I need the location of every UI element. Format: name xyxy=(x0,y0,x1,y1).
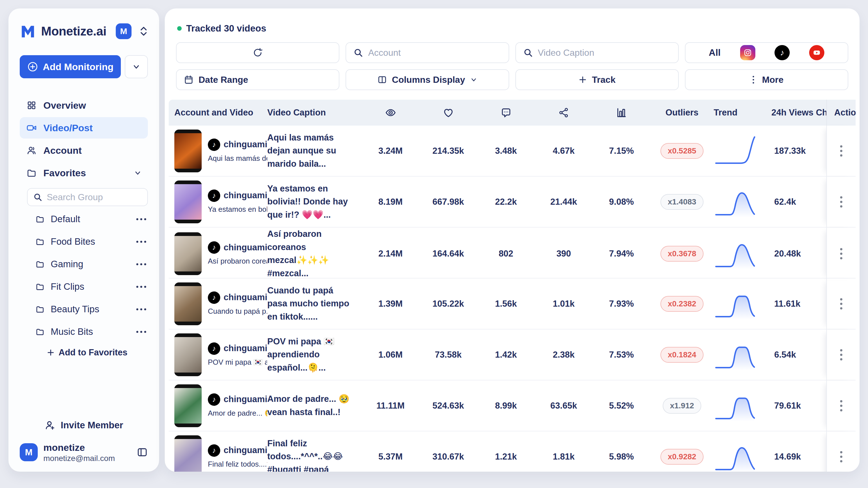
column-header: Action xyxy=(826,100,856,126)
group-label: Food Bites xyxy=(51,236,130,247)
plus-icon xyxy=(579,75,587,84)
outlier-badge: x0.2382 xyxy=(660,296,704,312)
chevron-down-icon xyxy=(470,76,477,83)
shares-value: 2.38k xyxy=(535,350,593,360)
row-actions-kebab[interactable] xyxy=(836,345,846,364)
more-button[interactable]: More xyxy=(685,69,848,90)
group-options-kebab[interactable] xyxy=(136,308,148,310)
search-group-box[interactable] xyxy=(27,188,148,206)
table-row: ♪ chinguami... Amor de padre... 🥹... Amo… xyxy=(169,380,856,431)
account-subcaption: Ya estamos en boli... xyxy=(208,205,267,214)
video-thumbnail[interactable] xyxy=(174,385,202,427)
account-name[interactable]: chinguami... xyxy=(224,139,267,150)
workspace-unfold-icon[interactable] xyxy=(140,26,148,37)
account-search-input[interactable] xyxy=(368,48,501,58)
engagement-value: 7.94% xyxy=(593,249,650,259)
instagram-icon[interactable] xyxy=(740,45,755,60)
add-monitoring-caret-button[interactable] xyxy=(125,55,148,78)
folder-icon xyxy=(35,237,44,246)
invite-member-button[interactable]: Invite Member xyxy=(20,416,148,434)
trend-sparkline xyxy=(714,339,771,371)
table-row: ♪ chinguami... Final feliz todos....*...… xyxy=(169,431,856,472)
row-actions-kebab[interactable] xyxy=(836,192,846,211)
comments-value: 8.99k xyxy=(477,401,535,411)
account-name[interactable]: chinguami... xyxy=(224,343,267,354)
workspace-badge[interactable]: M xyxy=(116,23,131,39)
sidebar-item-overview[interactable]: Overview xyxy=(20,95,148,116)
columns-display-button[interactable]: Columns Display xyxy=(346,69,509,90)
caption-search-box[interactable] xyxy=(516,42,679,63)
group-item-beauty-tips[interactable]: Beauty Tips xyxy=(20,298,148,321)
grid-icon xyxy=(26,100,37,111)
row-actions-kebab[interactable] xyxy=(836,396,846,415)
sidebar-item-favorites[interactable]: Favorites xyxy=(20,162,148,184)
sidebar: Monetize.ai M Add Monitoring Overview Vi… xyxy=(8,8,159,472)
account-subcaption: Final feliz todos....*... xyxy=(208,460,267,469)
sidebar-item-video-post[interactable]: Video/Post xyxy=(20,117,148,139)
group-label: Default xyxy=(51,214,130,224)
outlier-badge: x1.912 xyxy=(663,398,702,414)
video-thumbnail[interactable] xyxy=(174,232,202,275)
platform-all-button[interactable]: All xyxy=(709,47,721,58)
group-item-gaming[interactable]: Gaming xyxy=(20,253,148,275)
engagement-value: 7.53% xyxy=(593,350,650,360)
tiktok-icon[interactable]: ♪ xyxy=(775,45,790,60)
favorites-group-list: Default Food Bites Gaming Fit Clips Beau… xyxy=(20,208,148,343)
date-range-button[interactable]: Date Range xyxy=(176,69,339,90)
account-name[interactable]: chinguami... xyxy=(224,445,267,456)
group-options-kebab[interactable] xyxy=(136,331,148,333)
trend-sparkline xyxy=(714,288,771,319)
video-thumbnail[interactable] xyxy=(174,129,202,172)
row-actions-kebab[interactable] xyxy=(836,244,846,263)
chevron-down-icon[interactable] xyxy=(134,169,142,177)
account-name[interactable]: chinguami... xyxy=(224,190,267,201)
tiktok-icon: ♪ xyxy=(208,393,220,406)
account-name[interactable]: chinguami... xyxy=(224,242,267,253)
group-item-fit-clips[interactable]: Fit Clips xyxy=(20,275,148,298)
video-thumbnail[interactable] xyxy=(174,282,202,325)
user-profile[interactable]: M monetize monetize@mail.com xyxy=(20,441,148,463)
engagement-value: 5.52% xyxy=(593,401,650,411)
group-item-food-bites[interactable]: Food Bites xyxy=(20,230,148,253)
group-item-music-bits[interactable]: Music Bits xyxy=(20,321,148,343)
views-value: 1.06M xyxy=(362,350,420,360)
account-subcaption: Aqui las mamás de... xyxy=(208,154,267,163)
group-options-kebab[interactable] xyxy=(136,218,148,220)
row-actions-kebab[interactable] xyxy=(836,447,846,466)
group-item-default[interactable]: Default xyxy=(20,208,148,230)
comment-icon xyxy=(477,107,535,118)
trend-sparkline xyxy=(714,135,771,167)
add-monitoring-button[interactable]: Add Monitoring xyxy=(20,55,121,78)
search-group-input[interactable] xyxy=(47,192,159,203)
row-actions-kebab[interactable] xyxy=(836,141,846,160)
row-actions-kebab[interactable] xyxy=(836,294,846,313)
caption-search-input[interactable] xyxy=(538,48,671,58)
add-to-favorites-button[interactable]: Add to Favorites xyxy=(47,347,148,358)
account-subcaption: POV mi papa 🇰🇷 ap... xyxy=(208,358,267,367)
refresh-button[interactable] xyxy=(176,42,339,63)
column-header: 24h Views Cha xyxy=(771,108,826,118)
columns-icon xyxy=(377,75,387,85)
calendar-icon xyxy=(184,75,193,85)
table-body: ♪ chinguami... Aqui las mamás de... Aqui… xyxy=(169,126,856,472)
account-subcaption: Así probaron corea... xyxy=(208,256,267,266)
plus-circle-icon xyxy=(27,61,38,72)
video-thumbnail[interactable] xyxy=(174,181,202,223)
tiktok-icon: ♪ xyxy=(208,139,220,151)
youtube-icon[interactable] xyxy=(809,45,824,60)
user-avatar: M xyxy=(20,443,38,461)
group-options-kebab[interactable] xyxy=(136,241,148,243)
track-button[interactable]: Track xyxy=(516,69,679,90)
collapse-sidebar-icon[interactable] xyxy=(136,447,148,458)
group-options-kebab[interactable] xyxy=(136,286,148,288)
account-name[interactable]: chinguami... xyxy=(224,292,267,303)
account-name[interactable]: chinguami... xyxy=(224,394,267,405)
video-thumbnail[interactable] xyxy=(174,333,202,376)
account-search-box[interactable] xyxy=(346,42,509,63)
sidebar-item-account[interactable]: Account xyxy=(20,140,148,161)
video-thumbnail[interactable] xyxy=(174,435,202,472)
group-options-kebab[interactable] xyxy=(136,263,148,265)
views-24h-value: 187.33k xyxy=(771,146,826,156)
trend-sparkline xyxy=(714,390,771,422)
shares-value: 21.44k xyxy=(535,197,593,207)
